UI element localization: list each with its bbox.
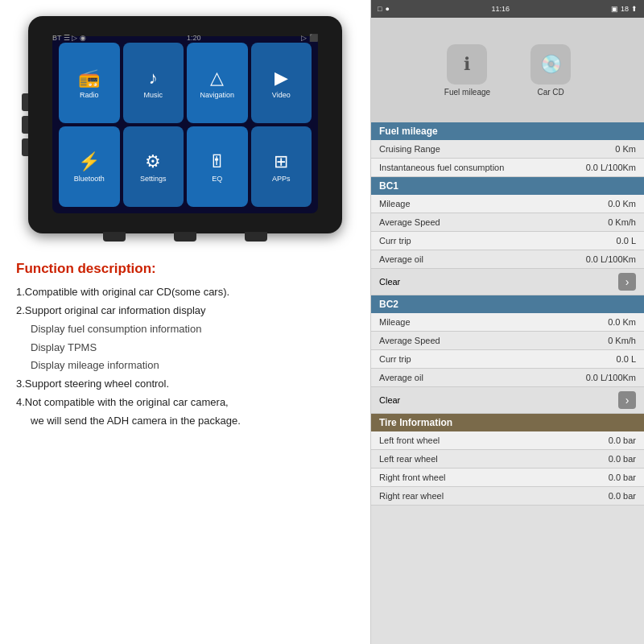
item-text: Support original car information display (25, 304, 206, 316)
bc1-mileage-label: Mileage (379, 199, 411, 208)
row-bc1-clear[interactable]: Clear › (371, 269, 644, 295)
car-unit: BT ☰ ▷ ◉ 1:20 ▷ ⬛ 📻Radio ♪Music △Navigat… (28, 16, 342, 233)
row-bc1-curr-trip: Curr trip 0.0 L (371, 232, 644, 250)
bc1-avg-speed-value: 0 Km/h (608, 217, 636, 227)
phone-app-carcd[interactable]: 💿 Car CD (530, 44, 571, 97)
settings-icon: ⚙ (145, 151, 161, 172)
bc1-avg-speed-label: Average Speed (379, 217, 440, 227)
battery-icon: ⬆ (631, 5, 638, 13)
music-icon: ♪ (149, 68, 158, 89)
row-bc1-avg-speed: Average Speed 0 Km/h (371, 213, 644, 232)
row-bc2-clear[interactable]: Clear › (371, 387, 644, 414)
app-video[interactable]: ▶Video (251, 43, 312, 123)
row-left-front: Left front wheel 0.0 bar (371, 431, 644, 450)
cruising-range-label: Cruising Range (379, 144, 440, 154)
app-apps[interactable]: ⊞APPs (251, 126, 312, 207)
function-description: Function description: 1.Compatible with … (16, 258, 354, 431)
row-bc2-avg-speed: Average Speed 0 Km/h (371, 332, 644, 350)
app-bluetooth[interactable]: ⚡Bluetooth (59, 126, 120, 207)
mount-tabs (103, 232, 267, 242)
car-status-left: BT ☰ ▷ ◉ (52, 34, 86, 42)
info-table: Fuel mileage Cruising Range 0 Km Instant… (371, 122, 644, 644)
phone-icon-square: □ (378, 5, 382, 13)
section-bc2: BC2 (371, 295, 644, 313)
row-cruising-range: Cruising Range 0 Km (371, 140, 644, 159)
mount-tab-3 (245, 232, 267, 242)
signal-icon: ▣ 18 (611, 5, 629, 13)
bc2-curr-trip-value: 0.0 L (617, 354, 636, 364)
side-buttons (22, 93, 28, 156)
phone-top-bar: □ ● 11:16 ▣ 18 ⬆ (371, 0, 644, 18)
sub-text: Display mileage information (31, 359, 159, 371)
app-eq[interactable]: 🎚EQ (187, 126, 248, 207)
side-btn-2 (22, 116, 28, 134)
section-bc1: BC1 (371, 177, 644, 195)
left-rear-value: 0.0 bar (609, 454, 636, 464)
bc1-curr-trip-label: Curr trip (379, 236, 411, 246)
item-text: Support steering wheel control. (25, 378, 169, 390)
phone-icon-circle: ● (385, 5, 389, 13)
top-bar-right: ▣ 18 ⬆ (611, 5, 638, 13)
mount-tab-2 (174, 232, 196, 242)
eq-icon: 🎚 (208, 151, 226, 172)
item-text: we will send the ADH camera in the packa… (31, 415, 241, 427)
section-tire: Tire Information (371, 414, 644, 431)
carcd-app-icon: 💿 (530, 44, 571, 85)
bc2-clear-arrow[interactable]: › (618, 391, 636, 409)
left-front-label: Left front wheel (379, 436, 440, 445)
row-bc2-curr-trip: Curr trip 0.0 L (371, 350, 644, 369)
func-sub-2: Display TPMS (31, 340, 354, 357)
func-item-4b: we will send the ADH camera in the packa… (31, 413, 354, 430)
app-nav-label: Navigation (200, 91, 234, 99)
row-left-rear: Left rear wheel 0.0 bar (371, 450, 644, 469)
row-right-front: Right front wheel 0.0 bar (371, 469, 644, 487)
car-time: 1:20 (187, 34, 201, 42)
right-rear-value: 0.0 bar (609, 491, 636, 501)
app-radio-label: Radio (80, 91, 99, 99)
app-music[interactable]: ♪Music (123, 43, 184, 123)
bc1-clear-arrow[interactable]: › (618, 273, 636, 291)
radio-icon: 📻 (78, 68, 100, 89)
sub-text: Display TPMS (31, 341, 97, 353)
right-rear-label: Right rear wheel (379, 491, 444, 501)
bc2-avg-oil-value: 0.0 L/100Km (586, 373, 636, 382)
car-app-grid: 📻Radio ♪Music △Navigation ▶Video ⚡Blueto… (52, 36, 318, 213)
item-text: Not compatible with the original car cam… (25, 396, 229, 408)
item-num: 4. (16, 396, 25, 408)
left-rear-label: Left rear wheel (379, 454, 438, 464)
item-num: 1. (16, 286, 25, 298)
right-panel: □ ● 11:16 ▣ 18 ⬆ ℹ Fuel mileage 💿 Car CD… (370, 0, 644, 644)
item-num: 2. (16, 304, 25, 316)
bc1-avg-oil-value: 0.0 L/100Km (586, 254, 636, 264)
instant-fuel-label: Instantaneous fuel consumption (379, 163, 504, 172)
row-bc1-mileage: Mileage 0.0 Km (371, 195, 644, 213)
app-navigation[interactable]: △Navigation (187, 43, 248, 123)
phone-app-grid: ℹ Fuel mileage 💿 Car CD (371, 18, 644, 122)
bc2-avg-oil-label: Average oil (379, 373, 423, 382)
side-btn-1 (22, 93, 28, 111)
app-video-label: Video (272, 91, 291, 99)
bc1-mileage-value: 0.0 Km (608, 199, 636, 208)
func-item-2: 2.Support original car information displ… (16, 303, 354, 320)
nav-icon: △ (210, 68, 224, 89)
left-panel: BT ☰ ▷ ◉ 1:20 ▷ ⬛ 📻Radio ♪Music △Navigat… (0, 0, 370, 644)
top-bar-left: □ ● (378, 5, 390, 13)
fuel-app-icon: ℹ (447, 44, 487, 85)
app-settings[interactable]: ⚙Settings (123, 126, 184, 207)
right-front-value: 0.0 bar (609, 473, 636, 482)
carcd-app-label: Car CD (537, 88, 564, 97)
row-bc2-mileage: Mileage 0.0 Km (371, 313, 644, 332)
bc1-avg-oil-label: Average oil (379, 254, 423, 264)
side-btn-3 (22, 138, 28, 156)
phone-app-fuel[interactable]: ℹ Fuel mileage (444, 44, 490, 97)
app-music-label: Music (143, 91, 163, 99)
apps-icon: ⊞ (274, 151, 288, 172)
bc2-avg-speed-label: Average Speed (379, 336, 440, 345)
bluetooth-icon: ⚡ (78, 151, 100, 172)
cruising-range-value: 0 Km (615, 144, 636, 154)
section-fuel-mileage: Fuel mileage (371, 122, 644, 140)
app-settings-label: Settings (140, 175, 167, 183)
fuel-app-label: Fuel mileage (444, 88, 490, 97)
video-icon: ▶ (275, 68, 288, 89)
app-radio[interactable]: 📻Radio (59, 43, 120, 123)
